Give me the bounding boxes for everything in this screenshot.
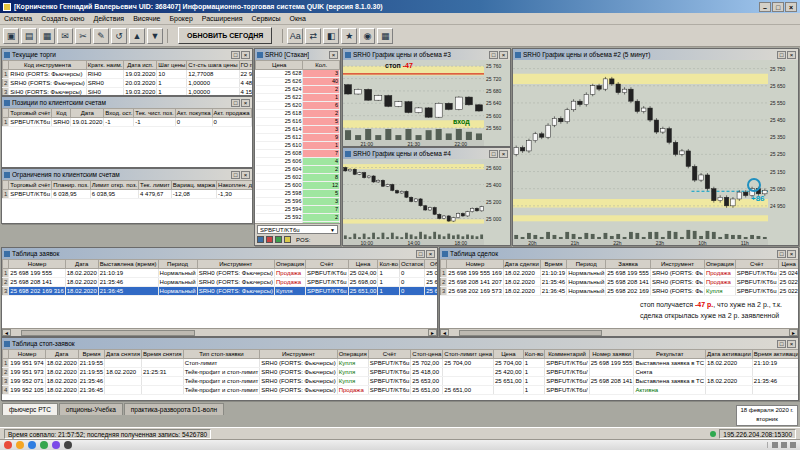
refresh-today-button[interactable]: ОБНОВИТЬ СЕГОДНЯ [178,27,272,44]
column-header[interactable]: Акт. продажа [212,109,251,118]
table-row[interactable]: 125 698 199 55518.02.202021:10:19Нормаль… [3,269,438,278]
column-header[interactable]: Операция [275,260,306,269]
panel-close-button[interactable]: × [499,51,508,59]
sell-button[interactable] [266,236,273,243]
panel-maximize-button[interactable]: □ [231,171,240,179]
orderbook-row[interactable]: 25 6042 [256,166,340,174]
orderbook-row[interactable]: 25 5963 [256,198,340,206]
scroll-right-icon[interactable]: ► [428,329,437,336]
panel-close-button[interactable]: × [241,51,250,59]
column-header[interactable]: Код [52,109,71,118]
price-chart[interactable]: 25 75025 65025 55025 45025 35025 25025 1… [513,60,798,245]
table-row[interactable]: 1SPBFUT/KT6uSRH019.01.2020-1-100-12,90 [3,118,253,127]
column-header[interactable]: Дата активации [706,350,753,359]
browser-icon[interactable] [16,441,24,449]
column-header[interactable]: Счёт [735,260,778,269]
panel-maximize-button[interactable]: □ [231,99,240,107]
column-header[interactable]: Инструмент [197,260,274,269]
orderbook-row[interactable]: 25 6143 [256,126,340,134]
browser-icon[interactable] [4,441,12,449]
app-shortcut-icon[interactable] [64,441,72,449]
table-row[interactable]: 325 698 202 169 57318.02.202021:36:45Нор… [441,287,799,296]
toolbar-icon[interactable]: ✉ [57,28,73,44]
column-header[interactable]: Тек. чист. поз. [134,109,175,118]
column-header[interactable]: Номер [9,260,65,269]
orderbook-row[interactable]: 25 6129 [256,134,340,142]
toolbar-icon[interactable]: ▦ [39,28,55,44]
column-header[interactable]: Торговый счёт [9,181,52,190]
table-row[interactable]: 225 698 208 14118.02.202021:35:46Нормаль… [3,278,438,287]
horizontal-scrollbar[interactable]: ◄ ► [440,328,798,336]
orderbook-row[interactable]: 25 62640 [256,78,340,86]
account-select[interactable]: SPBFUT/KT6u ▼ [257,225,338,234]
workspace-tab[interactable]: практика-разворота D1-волн [124,403,224,415]
menu-item[interactable]: Висячие [133,15,160,22]
column-header[interactable]: Лимит откр. поз. [90,181,138,190]
table-row[interactable]: 3199 952 07118.02.202021:35:46Тейк-профи… [3,377,799,386]
table-row[interactable]: 225 698 208 141 20718.02.202021:35:46Нор… [441,278,799,287]
panel-close-button[interactable]: × [787,250,796,258]
tray-icon[interactable] [772,442,778,448]
browser-icon[interactable] [28,441,36,449]
column-header[interactable]: Операция [337,350,368,359]
column-header[interactable]: Остаток [400,260,425,269]
minimize-button[interactable]: – [759,2,771,12]
scroll-left-icon[interactable]: ◄ [2,329,11,336]
column-header[interactable]: Время [540,260,566,269]
table-row[interactable]: 4199 952 10518.02.202021:36:45Тейк-профи… [3,386,799,395]
tray-icon[interactable] [790,442,796,448]
panel-close-button[interactable]: × [787,51,796,59]
column-header[interactable]: Объём [425,260,437,269]
column-header[interactable]: Стоп-цена [411,350,443,359]
column-header[interactable]: Время [78,350,104,359]
column-header[interactable]: Дата сделки [503,260,540,269]
menu-item[interactable]: Создать окно [41,15,84,22]
panel-maximize-button[interactable]: □ [777,250,786,258]
panel-close-button[interactable]: × [329,51,338,59]
column-header[interactable]: Дата [71,109,104,118]
price-chart[interactable]: 25 76025 72025 68025 64025 60025 56021:0… [343,60,510,146]
column-header[interactable]: Дата [45,350,78,359]
column-header[interactable]: Кол-во [378,260,400,269]
column-header[interactable]: Вариац. маржа [171,181,216,190]
panel-maximize-button[interactable]: □ [416,250,425,258]
menu-item[interactable]: Окна [290,15,306,22]
scroll-thumb[interactable] [459,330,602,336]
column-header[interactable]: Время активации [752,350,798,359]
column-header-qty[interactable]: Кол. [303,61,340,70]
menu-item[interactable]: Брокер [169,15,192,22]
panel-maximize-button[interactable]: □ [777,51,786,59]
column-header[interactable]: Номер [9,350,45,359]
close-position-button[interactable] [275,236,282,243]
panel-close-button[interactable]: × [426,250,435,258]
column-header[interactable]: Счёт [368,350,411,359]
column-header[interactable]: Планир. поз. [52,181,90,190]
column-header[interactable]: Кратк. наим. [86,61,124,70]
column-header[interactable]: Счёт [306,260,349,269]
toolbar-icon[interactable]: ✂ [75,28,91,44]
menu-item[interactable]: Сервисы [252,15,281,22]
column-header[interactable]: Вход. ост. [104,109,134,118]
orderbook-row[interactable]: 25 6165 [256,118,340,126]
column-header[interactable]: Комментарий [545,350,589,359]
column-header[interactable]: Результат [634,350,706,359]
column-header[interactable]: Период [158,260,197,269]
table-row[interactable]: 1199 951 97418.02.202021:19:55Стоп-лимит… [3,359,799,368]
app-shortcut-icon[interactable] [40,441,48,449]
orderbook-row[interactable]: 25 6064 [256,158,340,166]
column-header[interactable]: Кол-во [523,350,545,359]
column-header[interactable]: Инструмент [650,260,704,269]
toolbar-icon[interactable]: ▲ [129,28,145,44]
column-header[interactable]: Вариац. маржа [251,109,252,118]
column-header[interactable]: Тек. лимит [139,181,172,190]
column-header[interactable]: Номер [447,260,503,269]
table-row[interactable]: 325 698 202 169 31618.02.202021:36:45Нор… [3,287,438,296]
orderbook-row[interactable]: 25 5904 [256,222,340,224]
maximize-button[interactable]: □ [772,2,784,12]
column-header[interactable]: Цена [494,350,524,359]
column-header[interactable]: Тип стоп-заявки [183,350,260,359]
orderbook-row[interactable]: 25 6101 [256,142,340,150]
toolbar-icon[interactable]: ▦ [377,28,393,44]
column-header[interactable]: Время снятия [141,350,183,359]
horizontal-scrollbar[interactable]: ◄ ► [2,328,437,336]
